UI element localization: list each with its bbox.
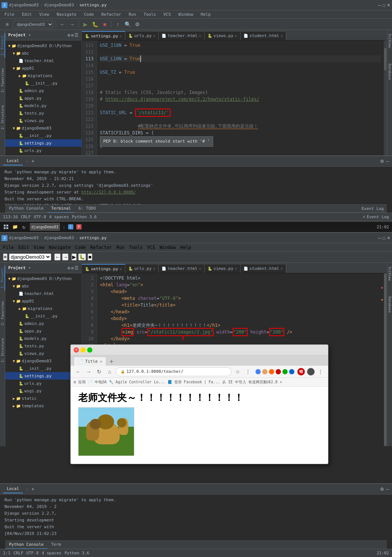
b-tree-migrations[interactable]: ▶ 📁 migrations [5, 305, 82, 312]
b-menu-tools[interactable]: Tools [129, 245, 143, 250]
maximize-btn[interactable]: □ [383, 3, 385, 8]
b-menu-code[interactable]: Code [75, 245, 86, 250]
b-tree-settings-btn[interactable]: ☰ [74, 265, 79, 271]
browser-url-bar[interactable]: 🔒 127.0.0.1:8000/teacher/ [116, 367, 232, 376]
browser-menu-btn[interactable] [307, 368, 315, 375]
b-tab-views[interactable]: 🐍 views.py ✕ [205, 264, 241, 273]
b-tree-apps[interactable]: 🐍 apps.py [5, 327, 82, 335]
urls-tab-close[interactable]: ✕ [153, 34, 155, 38]
structure-tab[interactable]: 2: Structure [0, 103, 5, 132]
b-tree-abc[interactable]: ▼ 📁 abc [5, 282, 82, 290]
b-database-tab[interactable]: Database [388, 294, 392, 315]
tab-teacher[interactable]: 📄 teacher.html ✕ [159, 31, 205, 40]
b-toolbar-forward[interactable]: → [62, 253, 68, 261]
b-python-console-tab[interactable]: Python Console [5, 541, 48, 549]
menu-help[interactable]: Help [199, 12, 212, 17]
tree-sync-btn[interactable]: ⚙ [68, 33, 70, 38]
bookmark-more[interactable]: » [280, 380, 282, 384]
browser-forward-btn[interactable]: → [84, 367, 93, 376]
browser-refresh-btn[interactable]: ↻ [95, 367, 104, 376]
tree-item-urls[interactable]: 🐍 urls.py [5, 147, 82, 154]
terminal-tab-local[interactable]: Local [3, 157, 23, 165]
browser-user-icon[interactable]: 错 [297, 368, 305, 375]
run-button[interactable]: ▶ [81, 20, 89, 28]
tree-item-init2[interactable]: 🐍 __init__.py [5, 132, 82, 139]
b-stop-button[interactable]: ■ [88, 253, 92, 261]
b-terminal-tab[interactable]: Term [48, 541, 65, 549]
b-menu-run[interactable]: Run [116, 245, 125, 250]
b-menu-refactor[interactable]: Refactor [90, 245, 112, 250]
student-tab-close[interactable]: ✕ [281, 34, 283, 38]
b-run-button[interactable]: ▶ [71, 253, 77, 261]
b-vertical-scrollbar[interactable] [384, 273, 387, 446]
views-tab-close[interactable]: ✕ [235, 34, 237, 38]
code-content[interactable]: USE_I18N = True USE_L10N = True USE_TZ =… [97, 40, 384, 163]
b-menu-view[interactable]: View [34, 245, 45, 250]
browser-tab-title[interactable]: 📄 Title ✕ [74, 357, 106, 366]
tab-student[interactable]: 📄 student.html ✕ [241, 31, 287, 40]
tree-item-tests[interactable]: 🐍 tests.py [5, 109, 82, 117]
tree-item-migrations[interactable]: ▶ 📁 migrations [5, 72, 82, 79]
b-menu-help[interactable]: Help [180, 245, 191, 250]
bookmark-zhongdian[interactable]: 📄 中电OA [88, 380, 107, 385]
event-log-btn[interactable]: Event Log [358, 206, 387, 211]
tree-collapse-btn[interactable]: ≡ [71, 33, 74, 38]
bottom-maximize-btn[interactable]: □ [383, 235, 385, 241]
debug-button[interactable]: 🐛 [91, 20, 99, 28]
b-toolbar-back[interactable]: ← [54, 253, 61, 261]
scrollbar-thumb[interactable] [384, 48, 386, 70]
todo-tab[interactable]: 6: TODO [75, 204, 99, 213]
app-taskbar-icon[interactable]: P [76, 224, 82, 229]
bottom-close-btn[interactable]: ✕ [387, 235, 391, 241]
browser-extensions-btn[interactable]: ⋮ [244, 367, 252, 376]
b-tree-app01[interactable]: ▼ 📁 app01 [5, 297, 82, 305]
b-scv-tab[interactable]: SciView [388, 264, 392, 283]
project-tab[interactable]: 1: Project [0, 33, 5, 58]
browser-back-btn[interactable]: ← [74, 367, 83, 376]
b-tree-root[interactable]: ▼ 📁 djangoDemo03 D:\Python [5, 275, 82, 282]
b-tree-admin[interactable]: 🐍 admin.py [5, 320, 82, 327]
b-views-tab-close[interactable]: ✕ [235, 267, 237, 271]
tree-item-apps[interactable]: 🐍 apps.py [5, 94, 82, 102]
b-toolbar-project-btn[interactable]: ≡ [3, 253, 7, 261]
bookmark-apps[interactable]: 应用 [78, 380, 86, 385]
terminal-tab[interactable]: Terminal [48, 204, 75, 213]
toolbar-forward[interactable]: → [68, 20, 76, 28]
tree-item-views[interactable]: 🐍 views.py [5, 117, 82, 124]
b-debug-button[interactable]: 🐛 [78, 253, 86, 261]
tab-views[interactable]: 🐍 views.py ✕ [205, 31, 241, 40]
b-tree-teacher[interactable]: 📄 teacher.html [5, 290, 82, 297]
terminal-settings-btn[interactable]: ⚙ [380, 159, 384, 164]
b-favorites-tab[interactable]: 2: Favorites [0, 299, 5, 328]
bookmark-youdao[interactable]: 有道网页翻译2.0 [248, 380, 278, 385]
tree-root[interactable]: ▼ 📁 djangoDemo03 D:\Python [5, 42, 82, 49]
menu-view[interactable]: View [38, 12, 51, 17]
b-terminal-settings-btn[interactable]: ⚙ [380, 487, 384, 492]
b-tree-sync-btn[interactable]: ⚙ [68, 265, 70, 271]
b-tree-init1[interactable]: 🐍 __init__.py [5, 312, 82, 320]
b-scrollbar-thumb[interactable] [384, 273, 386, 446]
chrome-icon[interactable]: C [68, 224, 73, 229]
b-menu-window[interactable]: Window [160, 245, 176, 250]
b-structure-tab[interactable]: 2: Structure [0, 336, 5, 365]
tab-settings[interactable]: 🐍 settings.py ✕ [82, 31, 125, 40]
b-urls-tab-close[interactable]: ✕ [153, 267, 155, 271]
browser-home-btn[interactable]: ⌂ [105, 367, 114, 376]
search-button[interactable]: 🔍 [123, 20, 132, 28]
b-tab-urls[interactable]: 🐍 urls.py ✕ [125, 264, 159, 273]
refresh-taskbar-icon[interactable]: ↻ [21, 224, 27, 230]
start-icon[interactable] [3, 224, 9, 230]
bottom-minimize-btn[interactable]: ─ [378, 235, 381, 241]
tree-item-settings[interactable]: 🐍 settings.py [5, 139, 82, 147]
bookmark-agile[interactable]: 🔧 Agile Controller Lo... [109, 380, 165, 384]
b-project-tab[interactable]: 1: Project [0, 266, 5, 290]
python-console-tab[interactable]: Python Console [5, 204, 48, 213]
browser-tab-close[interactable]: ✕ [100, 359, 102, 363]
teacher-tab-close[interactable]: ✕ [199, 34, 201, 38]
b-tree-models[interactable]: 🐍 models.py [5, 335, 82, 342]
folder-taskbar-icon[interactable]: 📁 [12, 224, 18, 230]
favorites-tab[interactable]: 2: Favorites [0, 66, 5, 95]
menu-vcs[interactable]: VCS [162, 12, 172, 17]
b-terminal-tab-local[interactable]: Local [3, 485, 23, 493]
browser-bookmark-btn[interactable]: ☆ [233, 367, 242, 376]
